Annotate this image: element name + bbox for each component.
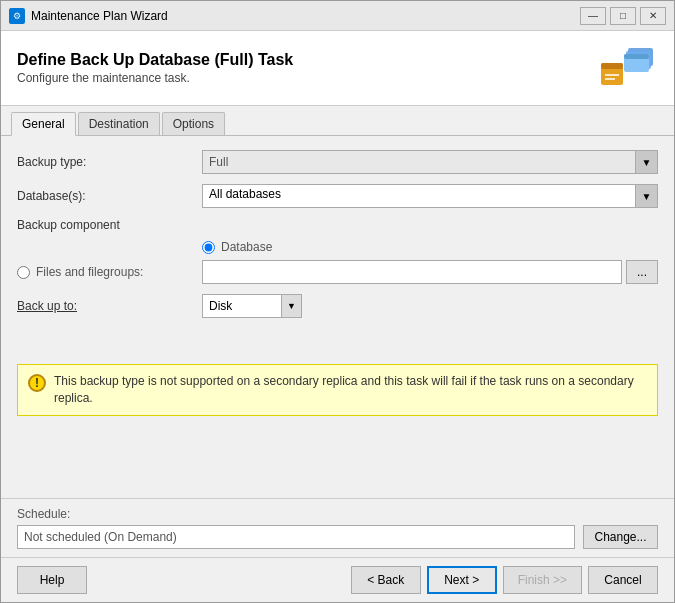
warning-icon: ! xyxy=(28,374,46,392)
backup-type-arrow-icon[interactable]: ▼ xyxy=(635,151,657,173)
svg-rect-5 xyxy=(601,63,623,69)
backup-type-dropdown[interactable]: Full ▼ xyxy=(202,150,658,174)
databases-value: All databases xyxy=(203,185,635,207)
radio-group: Database xyxy=(202,240,658,254)
title-bar: ⚙ Maintenance Plan Wizard — □ ✕ xyxy=(1,1,674,31)
next-button[interactable]: Next > xyxy=(427,566,497,594)
footer-left: Help xyxy=(17,566,87,594)
databases-row: Database(s): All databases ▼ xyxy=(17,184,658,208)
tab-general[interactable]: General xyxy=(11,112,76,136)
main-window: ⚙ Maintenance Plan Wizard — □ ✕ Define B… xyxy=(0,0,675,603)
finish-button[interactable]: Finish >> xyxy=(503,566,582,594)
back-up-label: Back up to: xyxy=(17,299,202,313)
back-up-row: Back up to: Disk ▼ xyxy=(17,294,658,318)
database-radio[interactable] xyxy=(202,241,215,254)
form-area: Backup type: Full ▼ Database(s): All dat… xyxy=(1,136,674,498)
help-button[interactable]: Help xyxy=(17,566,87,594)
svg-rect-3 xyxy=(624,54,649,59)
page-subtitle: Configure the maintenance task. xyxy=(17,71,293,85)
files-label-group: Files and filegroups: xyxy=(17,265,202,279)
files-input[interactable] xyxy=(202,260,622,284)
window-title: Maintenance Plan Wizard xyxy=(31,9,574,23)
browse-button[interactable]: ... xyxy=(626,260,658,284)
change-button[interactable]: Change... xyxy=(583,525,658,549)
schedule-section: Schedule: Change... xyxy=(1,498,674,557)
maximize-button[interactable]: □ xyxy=(610,7,636,25)
backup-type-value: Full xyxy=(203,152,635,172)
tab-destination[interactable]: Destination xyxy=(78,112,160,135)
window-controls: — □ ✕ xyxy=(580,7,666,25)
header-text: Define Back Up Database (Full) Task Conf… xyxy=(17,51,293,85)
files-row: Files and filegroups: ... xyxy=(17,260,658,284)
databases-arrow-icon[interactable]: ▼ xyxy=(635,185,657,207)
header-icon xyxy=(598,43,658,93)
disk-arrow-icon[interactable]: ▼ xyxy=(281,295,301,317)
warning-text: This backup type is not supported on a s… xyxy=(54,373,647,407)
tabs-bar: General Destination Options xyxy=(1,106,674,136)
backup-type-row: Backup type: Full ▼ xyxy=(17,150,658,174)
backup-type-control: Full ▼ xyxy=(202,150,658,174)
backup-component-header: Backup component xyxy=(17,218,658,232)
page-title: Define Back Up Database (Full) Task xyxy=(17,51,293,69)
schedule-label: Schedule: xyxy=(17,507,658,521)
cancel-button[interactable]: Cancel xyxy=(588,566,658,594)
files-input-group: ... xyxy=(202,260,658,284)
files-radio-label: Files and filegroups: xyxy=(36,265,143,279)
warning-box: ! This backup type is not supported on a… xyxy=(17,364,658,416)
back-button[interactable]: < Back xyxy=(351,566,421,594)
database-radio-row: Database xyxy=(202,240,658,254)
minimize-button[interactable]: — xyxy=(580,7,606,25)
close-button[interactable]: ✕ xyxy=(640,7,666,25)
app-icon: ⚙ xyxy=(9,8,25,24)
disk-value: Disk xyxy=(203,297,281,315)
databases-control: All databases ▼ xyxy=(202,184,658,208)
header-area: Define Back Up Database (Full) Task Conf… xyxy=(1,31,674,106)
disk-dropdown[interactable]: Disk ▼ xyxy=(202,294,302,318)
database-radio-label: Database xyxy=(221,240,272,254)
footer: Help < Back Next > Finish >> Cancel xyxy=(1,557,674,602)
databases-dropdown[interactable]: All databases ▼ xyxy=(202,184,658,208)
files-radio[interactable] xyxy=(17,266,30,279)
databases-label: Database(s): xyxy=(17,189,202,203)
schedule-input[interactable] xyxy=(17,525,575,549)
footer-right: < Back Next > Finish >> Cancel xyxy=(351,566,658,594)
tab-options[interactable]: Options xyxy=(162,112,225,135)
backup-type-label: Backup type: xyxy=(17,155,202,169)
schedule-row: Change... xyxy=(17,525,658,549)
